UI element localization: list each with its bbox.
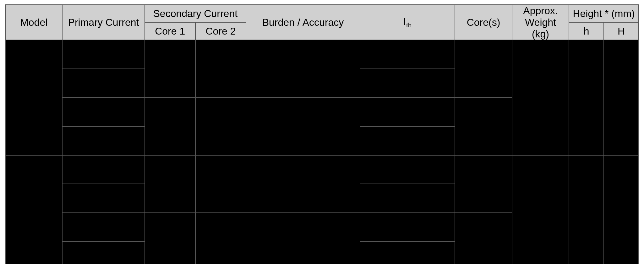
table-cell bbox=[246, 40, 360, 97]
table-cell bbox=[195, 40, 246, 97]
ith-base: I bbox=[403, 16, 406, 27]
table-cell bbox=[195, 97, 246, 155]
table-cell bbox=[62, 213, 145, 242]
table-cell bbox=[360, 40, 455, 69]
table-cell bbox=[246, 213, 360, 264]
table-cell bbox=[604, 155, 639, 264]
table-cell bbox=[246, 97, 360, 155]
table-cell bbox=[360, 213, 455, 242]
table-cell bbox=[455, 40, 512, 97]
table-cell bbox=[62, 126, 145, 155]
col-height: Height * (mm) bbox=[569, 5, 639, 22]
table-cell bbox=[455, 155, 512, 213]
table-cell bbox=[569, 155, 604, 264]
table-cell bbox=[145, 97, 195, 155]
table-cell bbox=[569, 40, 604, 155]
col-cores: Core(s) bbox=[455, 5, 512, 40]
table-cell bbox=[195, 213, 246, 264]
table-cell bbox=[604, 40, 639, 155]
table-cell bbox=[145, 40, 195, 97]
table-cell bbox=[62, 241, 145, 264]
col-model: Model bbox=[5, 5, 62, 40]
col-height-h: h bbox=[569, 22, 604, 40]
table-cell bbox=[360, 97, 455, 126]
table-cell bbox=[455, 97, 512, 155]
col-ith: Ith bbox=[360, 5, 455, 40]
col-core2: Core 2 bbox=[195, 22, 246, 40]
table-cell bbox=[360, 241, 455, 264]
table-cell bbox=[62, 97, 145, 126]
ith-sub: th bbox=[406, 21, 412, 29]
table-cell bbox=[246, 155, 360, 213]
table-cell bbox=[360, 69, 455, 98]
table-cell bbox=[62, 155, 145, 184]
table-cell bbox=[62, 69, 145, 98]
table-cell bbox=[5, 155, 62, 264]
col-secondary-current: Secondary Current bbox=[145, 5, 246, 22]
col-height-H: H bbox=[604, 22, 639, 40]
table-cell bbox=[455, 213, 512, 264]
table-cell bbox=[512, 40, 569, 155]
table-cell bbox=[145, 213, 195, 264]
table-cell bbox=[360, 184, 455, 213]
col-approx-weight: Approx. Weight (kg) bbox=[512, 5, 569, 40]
table-cell bbox=[512, 155, 569, 264]
spec-table: Model Primary Current Secondary Current … bbox=[5, 4, 639, 264]
table-cell bbox=[145, 155, 195, 213]
table-cell bbox=[360, 155, 455, 184]
table-cell bbox=[62, 40, 145, 69]
col-primary-current: Primary Current bbox=[62, 5, 145, 40]
col-burden-accuracy: Burden / Accuracy bbox=[246, 5, 360, 40]
col-core1: Core 1 bbox=[145, 22, 195, 40]
table-cell bbox=[360, 126, 455, 155]
table-cell bbox=[5, 40, 62, 155]
table-cell bbox=[195, 155, 246, 213]
table-cell bbox=[62, 184, 145, 213]
